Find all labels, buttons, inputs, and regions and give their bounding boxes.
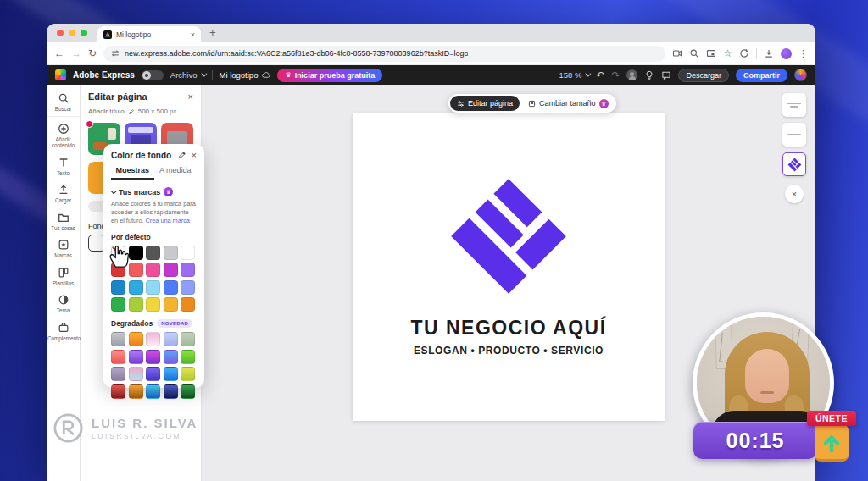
color-swatch[interactable]: [181, 350, 195, 364]
color-swatch[interactable]: [129, 350, 143, 364]
sidebar-item-texto[interactable]: Texto: [47, 152, 80, 180]
color-swatch[interactable]: [129, 367, 143, 381]
color-swatch[interactable]: [146, 263, 160, 277]
color-swatch[interactable]: [146, 367, 160, 381]
sidebar-item-marcas[interactable]: Marcas: [47, 235, 80, 263]
side-panel-icon[interactable]: [706, 48, 716, 58]
color-swatch[interactable]: [146, 280, 160, 295]
sidebar-item-plantillas[interactable]: Plantillas: [47, 263, 80, 290]
color-swatch[interactable]: [164, 350, 178, 364]
your-brands-section[interactable]: Tus marcas ♛: [111, 187, 197, 196]
presence-avatar-icon[interactable]: [626, 69, 637, 80]
color-swatch[interactable]: [146, 350, 160, 364]
color-swatch[interactable]: [181, 246, 195, 260]
color-swatch[interactable]: [164, 246, 178, 260]
color-swatch[interactable]: [181, 332, 195, 346]
browser-profile-avatar[interactable]: [781, 48, 792, 59]
color-swatch[interactable]: [111, 297, 125, 312]
color-swatch[interactable]: [129, 332, 143, 346]
zoom-level-control[interactable]: 158 %: [559, 70, 589, 80]
back-icon[interactable]: ←: [54, 47, 64, 59]
minimize-window-button[interactable]: [69, 30, 75, 36]
color-swatch[interactable]: [146, 332, 160, 346]
cast-icon[interactable]: [672, 48, 682, 58]
color-swatch[interactable]: [164, 280, 178, 295]
color-swatch[interactable]: [181, 280, 195, 295]
share-button[interactable]: Compartir: [736, 69, 787, 82]
sidebar-item-tus-cosas[interactable]: Tus cosas: [47, 207, 80, 235]
resize-button[interactable]: Cambiar tamaño ♛: [522, 96, 615, 111]
document-title: Mi logotipo: [220, 70, 271, 80]
edit-page-button[interactable]: Editar página: [450, 96, 520, 111]
crown-icon: ♛: [285, 72, 291, 79]
color-swatch[interactable]: [164, 384, 178, 399]
new-tab-button[interactable]: +: [209, 26, 216, 39]
logo-title-text[interactable]: TU NEGOCIO AQUÍ: [410, 317, 606, 340]
color-swatch[interactable]: [181, 384, 195, 399]
panel-close-icon[interactable]: ×: [188, 91, 193, 102]
page-thumbnail-3-selected[interactable]: [782, 152, 806, 176]
maximize-window-button[interactable]: [81, 30, 87, 36]
browser-menu-icon[interactable]: ⋮: [798, 48, 808, 59]
comments-icon[interactable]: [661, 70, 671, 80]
logo-subtitle-text[interactable]: ESLOGAN • PRODUCTO • SERVICIO: [414, 345, 604, 357]
add-title-field[interactable]: Añadir título: [88, 108, 125, 115]
browser-tab[interactable]: Mi logotipo ×: [97, 26, 201, 42]
sidebar-item-complementos[interactable]: Complementos: [47, 318, 80, 346]
sidebar-item-buscar[interactable]: Buscar: [47, 88, 80, 117]
color-swatch[interactable]: [164, 332, 178, 346]
download-button[interactable]: Descargar: [678, 69, 729, 82]
create-brand-link[interactable]: Crea una marca: [146, 217, 190, 224]
adobe-express-logo-icon[interactable]: [55, 69, 66, 80]
eyedropper-icon[interactable]: [178, 151, 186, 159]
page-thumbnail-1[interactable]: [782, 93, 806, 117]
color-swatch[interactable]: [146, 384, 160, 399]
color-swatch[interactable]: [111, 384, 125, 399]
page-thumbnail-2[interactable]: [782, 123, 806, 147]
beta-toggle[interactable]: [142, 70, 164, 80]
pages-action-button[interactable]: ×: [785, 185, 804, 203]
start-trial-button[interactable]: ♛ Iniciar prueba gratuita: [277, 69, 382, 82]
premium-crown-icon: ♛: [599, 99, 609, 108]
tab-muestras[interactable]: Muestras: [111, 166, 154, 180]
color-swatch[interactable]: [129, 280, 143, 295]
sidebar-item-cargar[interactable]: Cargar: [47, 180, 80, 207]
design-canvas[interactable]: TU NEGOCIO AQUÍ ESLOGAN • PRODUCTO • SER…: [353, 113, 665, 421]
undo-icon[interactable]: ↶: [596, 70, 604, 80]
color-swatch[interactable]: [181, 263, 195, 277]
user-avatar[interactable]: [794, 69, 807, 81]
pencil-icon[interactable]: [128, 108, 135, 115]
extensions-icon[interactable]: [739, 48, 749, 58]
color-swatch[interactable]: [111, 332, 125, 346]
color-swatch[interactable]: [111, 367, 125, 381]
bookmark-star-icon[interactable]: ☆: [723, 47, 732, 59]
sidebar-item-anadir-contenido[interactable]: Añadir contenido: [47, 119, 80, 152]
sidebar-item-tema[interactable]: Tema: [47, 290, 80, 318]
search-icon[interactable]: [689, 48, 699, 58]
popup-close-icon[interactable]: ×: [192, 150, 197, 160]
color-swatch[interactable]: [111, 280, 125, 295]
lightbulb-icon[interactable]: [644, 70, 654, 80]
color-swatch[interactable]: [164, 297, 178, 312]
reload-icon[interactable]: ↻: [88, 47, 97, 59]
tab-close-icon[interactable]: ×: [191, 30, 195, 39]
logo-diamond-mark[interactable]: [447, 174, 570, 298]
download-icon[interactable]: [764, 48, 774, 58]
address-bar[interactable]: new.express.adobe.com/id/urn:aaid:sc:VA6…: [103, 46, 665, 62]
color-swatch[interactable]: [146, 297, 160, 312]
color-swatch[interactable]: [129, 297, 143, 312]
color-swatch[interactable]: [111, 350, 125, 364]
background-color-swatch[interactable]: [88, 235, 105, 252]
color-swatch[interactable]: [164, 263, 178, 277]
forward-icon[interactable]: →: [71, 47, 81, 59]
close-window-button[interactable]: [57, 30, 64, 36]
color-swatch[interactable]: [164, 367, 178, 381]
redo-icon[interactable]: ↷: [611, 70, 620, 80]
subscribe-arrow-button: [815, 424, 849, 462]
color-swatch[interactable]: [181, 297, 195, 312]
color-swatch[interactable]: [146, 246, 160, 260]
menu-archivo[interactable]: Archivo: [170, 70, 205, 80]
color-swatch[interactable]: [129, 384, 143, 399]
tab-a-medida[interactable]: A medida: [154, 166, 198, 180]
color-swatch[interactable]: [181, 367, 195, 381]
